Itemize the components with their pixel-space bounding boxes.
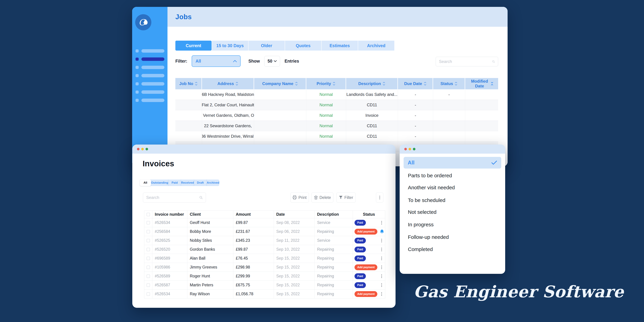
page-size-select[interactable]: 50: [264, 56, 280, 66]
invoice-row[interactable]: #105986 Jimmy Greeves £298.98 Sep 15, 20…: [144, 263, 385, 272]
status-filter-dropdown[interactable]: All: [192, 55, 240, 67]
status-pill-paid[interactable]: Paid: [354, 238, 366, 244]
tab-outstanding[interactable]: Outstanding: [151, 180, 168, 186]
column-header-priority[interactable]: Priority: [306, 78, 346, 89]
option-to-be-scheduled[interactable]: To be scheduled: [408, 197, 446, 204]
column-header-status[interactable]: Status: [433, 78, 465, 89]
invoice-row[interactable]: #256584 Bobby More £231.67 Sep 06, 2022 …: [144, 227, 385, 236]
invoice-row[interactable]: #526525 Nobby Stiles £345.23 Sep 11, 202…: [144, 236, 385, 245]
tab-estimates[interactable]: Estimates: [322, 41, 358, 50]
option-follow-up-needed[interactable]: Follow-up needed: [408, 234, 449, 240]
column-header-due-date[interactable]: Due Date: [398, 78, 433, 89]
row-checkbox[interactable]: [146, 284, 150, 287]
tab-draft[interactable]: Draft: [194, 180, 206, 186]
invoice-row[interactable]: #526587 Martin Peters £675.75 Sep 15, 20…: [144, 281, 385, 290]
option-parts-to-be-ordered[interactable]: Parts to be ordered: [408, 172, 452, 179]
sidebar-item-skeleton[interactable]: [136, 99, 164, 102]
cell-company: [254, 131, 306, 141]
status-pill-paid[interactable]: Paid: [354, 247, 366, 252]
print-button[interactable]: Print: [290, 193, 309, 203]
status-pill-paid[interactable]: Paid: [354, 273, 366, 279]
cell-modified: [465, 131, 498, 141]
minimize-window-button[interactable]: [408, 148, 411, 150]
row-checkbox[interactable]: [146, 239, 150, 242]
column-description: Description: [315, 211, 353, 218]
tab-quotes[interactable]: Quotes: [285, 41, 321, 50]
tab-15-to-30-days[interactable]: 15 to 30 Days: [212, 41, 248, 50]
delete-button[interactable]: Delete: [312, 193, 334, 203]
sort-icon: [333, 82, 335, 86]
row-checkbox[interactable]: [146, 248, 150, 251]
row-menu-button[interactable]: [380, 247, 383, 252]
close-window-button[interactable]: [404, 148, 407, 150]
tab-archived[interactable]: Archived: [358, 41, 394, 50]
column-header-description[interactable]: Description: [346, 78, 398, 89]
sidebar-item-skeleton-active[interactable]: [136, 57, 164, 61]
zoom-window-button[interactable]: [146, 148, 148, 150]
status-window-titlebar: [400, 145, 505, 154]
row-menu-button[interactable]: [380, 291, 383, 297]
notification-bell-icon[interactable]: [380, 229, 384, 234]
row-checkbox[interactable]: [146, 257, 150, 260]
status-pill-paid[interactable]: Paid: [354, 282, 366, 288]
status-pill-paid[interactable]: Paid: [354, 256, 366, 261]
sidebar-item-skeleton[interactable]: [136, 90, 164, 94]
sidebar-item-skeleton[interactable]: [136, 74, 164, 77]
tab-older[interactable]: Older: [248, 41, 285, 50]
job-row[interactable]: 22 Sewardstone Gardens, Normal CD11 -: [175, 121, 498, 131]
option-in-progress[interactable]: In progress: [408, 221, 434, 228]
minimize-window-button[interactable]: [141, 148, 144, 150]
tab-received[interactable]: Received: [181, 180, 194, 186]
row-menu-button[interactable]: [380, 282, 383, 288]
app-logo[interactable]: G: [135, 14, 151, 30]
tab-archived-invoices[interactable]: Archived: [206, 180, 219, 186]
status-pill-add-payment[interactable]: Add payment: [354, 264, 377, 270]
tab-all[interactable]: All: [140, 180, 151, 186]
cell-address: 36 Westminster Drive, Wirral,: [202, 131, 254, 141]
row-menu-button[interactable]: [380, 274, 383, 279]
sidebar-item-skeleton[interactable]: [136, 49, 164, 53]
sidebar-item-skeleton[interactable]: [136, 82, 164, 85]
row-checkbox[interactable]: [146, 221, 150, 224]
column-header-address[interactable]: Address: [202, 78, 254, 89]
option-not-selected[interactable]: Not selected: [408, 209, 436, 215]
status-pill-paid[interactable]: Paid: [354, 220, 366, 226]
more-actions-button[interactable]: [376, 193, 383, 203]
close-window-button[interactable]: [137, 148, 140, 150]
row-checkbox[interactable]: [146, 230, 150, 233]
option-completed[interactable]: Completed: [408, 246, 433, 253]
invoice-row[interactable]: #526534 Ray Wilson £1,056.78 Sep 15, 202…: [144, 290, 385, 299]
filter-button[interactable]: Filter: [336, 193, 356, 203]
column-header-job-no[interactable]: Job No: [175, 78, 202, 89]
invoice-row[interactable]: #526534 Geoff Hurst £99.87 Sep 08, 2022 …: [144, 218, 385, 227]
job-row[interactable]: 46B Hackney Road, Maidstone Normal Landl…: [175, 89, 498, 100]
row-menu-button[interactable]: [380, 256, 383, 261]
status-pill-add-payment[interactable]: Add payment: [354, 291, 377, 297]
option-all-selected[interactable]: All: [404, 157, 501, 169]
sidebar-item-skeleton[interactable]: [136, 66, 164, 69]
tab-paid[interactable]: Paid: [168, 180, 181, 186]
invoice-row[interactable]: #526589 Roger Hunt £299.99 Sep 15, 2022 …: [144, 272, 385, 281]
row-menu-button[interactable]: [380, 220, 383, 226]
cell-modified: [465, 100, 498, 110]
option-another-visit-needed[interactable]: Another visit needed: [408, 184, 455, 191]
invoices-search-input[interactable]: [146, 195, 200, 200]
column-header-modified-date[interactable]: Modified Date: [465, 78, 498, 89]
row-menu-button[interactable]: [380, 265, 383, 270]
row-checkbox[interactable]: [146, 266, 150, 269]
zoom-window-button[interactable]: [413, 148, 416, 150]
invoice-row[interactable]: #696589 Alan Ball £76.45 Sep 15, 2022 Re…: [144, 254, 385, 263]
tab-current[interactable]: Current: [175, 41, 212, 50]
row-checkbox[interactable]: [146, 292, 150, 296]
job-row[interactable]: 36 Westminster Drive, Wirral, Normal CD1…: [175, 131, 498, 142]
column-header-company[interactable]: Company Name: [254, 78, 306, 89]
job-row[interactable]: 10 Vernet Gardens, Oldham, OL9 Normal In…: [175, 110, 498, 121]
select-all-checkbox[interactable]: [146, 213, 150, 216]
status-pill-add-payment[interactable]: Add payment: [354, 229, 377, 235]
invoice-row[interactable]: #526520 Gordon Banks £99.87 Sep 10, 2022…: [144, 245, 385, 254]
job-row[interactable]: Flat 2, Cedar Court, Hainault Normal CD1…: [175, 100, 498, 110]
row-checkbox[interactable]: [146, 275, 150, 278]
row-menu-button[interactable]: [380, 238, 383, 243]
jobs-search-input[interactable]: [439, 59, 492, 64]
entries-label: Entries: [284, 59, 299, 64]
